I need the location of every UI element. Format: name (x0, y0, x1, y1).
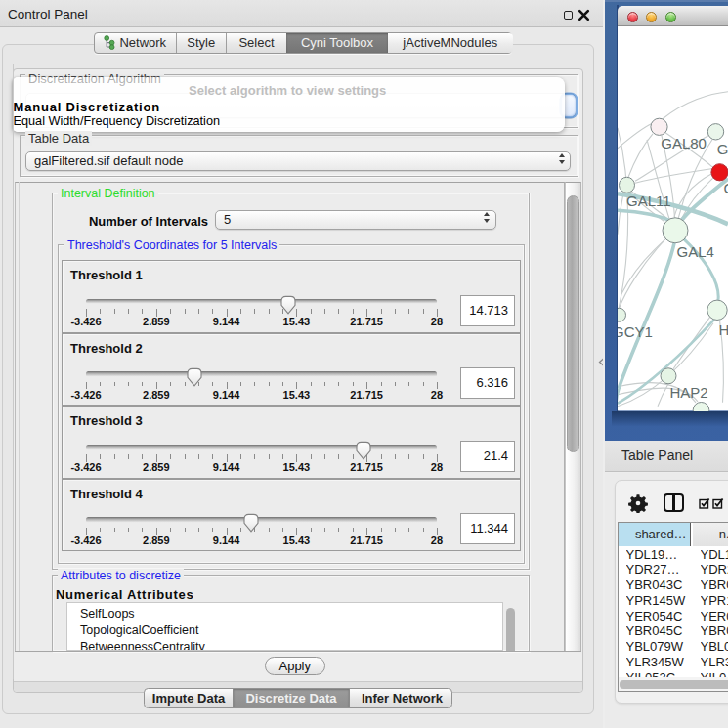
svg-text:H: H (718, 321, 728, 338)
svg-text:GA: GA (717, 141, 728, 157)
svg-text:GCY1: GCY1 (618, 323, 653, 340)
svg-text:GAL4: GAL4 (676, 243, 713, 260)
svg-text:HAP2: HAP2 (670, 384, 708, 401)
svg-text:GAL11: GAL11 (626, 193, 671, 209)
svg-text:C: C (723, 180, 728, 196)
svg-text:GAL80: GAL80 (661, 135, 707, 151)
